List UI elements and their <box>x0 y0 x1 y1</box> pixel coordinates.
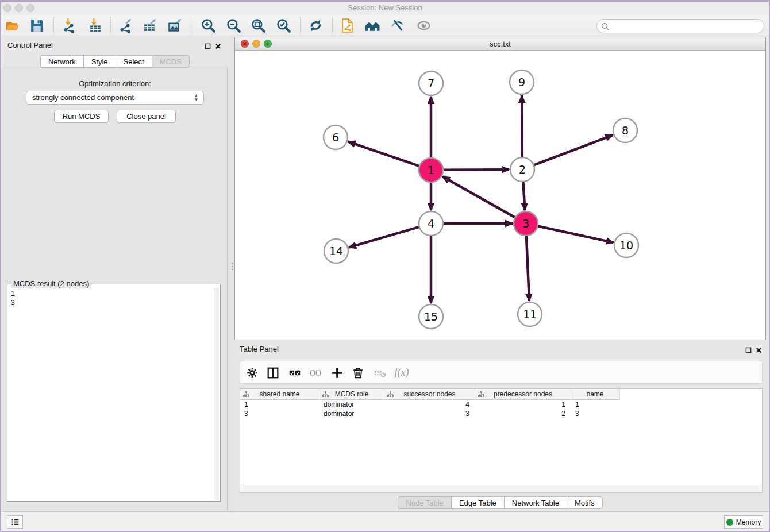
import-table-icon <box>87 18 103 33</box>
task-history-button[interactable] <box>7 515 23 529</box>
export-table-icon <box>143 18 158 33</box>
cell-shared-name[interactable]: 3 <box>240 409 319 418</box>
export-image-icon <box>168 18 183 33</box>
zoom-out-button[interactable] <box>222 16 244 35</box>
graph-edge-4-14[interactable] <box>349 227 419 247</box>
tab-style[interactable]: Style <box>83 55 116 68</box>
graph-edge-3-10[interactable] <box>538 226 613 242</box>
hide-selected-button[interactable] <box>387 16 409 35</box>
column-type-icon <box>478 391 484 398</box>
export-network-button[interactable] <box>114 16 136 35</box>
new-network-from-selection-button[interactable] <box>337 16 359 35</box>
import-table-button[interactable] <box>84 16 106 35</box>
column-header-predecessor-nodes[interactable]: predecessor nodes <box>475 389 571 400</box>
graph-edge-2-8[interactable] <box>534 135 613 165</box>
save-session-icon <box>29 18 45 33</box>
toggle-panel-layout-button[interactable] <box>263 364 283 381</box>
export-network-icon <box>118 18 133 33</box>
tab-motifs[interactable]: Motifs <box>567 496 603 509</box>
graph-node-label-3: 3 <box>522 217 529 230</box>
result-scrollbar[interactable] <box>214 288 219 500</box>
column-header-shared-name[interactable]: shared name <box>240 389 319 400</box>
delete-columns-icon <box>351 366 365 380</box>
graph-node-label-14: 14 <box>329 245 343 257</box>
cell-successor-nodes[interactable]: 4 <box>384 400 475 409</box>
window-frame-left <box>0 0 1 532</box>
close-panel-button[interactable]: Close panel <box>117 110 176 123</box>
cell-predecessor-nodes[interactable]: 1 <box>475 400 571 409</box>
float-table-panel-icon[interactable] <box>745 345 752 356</box>
run-mcds-button[interactable]: Run MCDS <box>54 110 109 123</box>
graph-edge-2-3[interactable] <box>523 182 525 210</box>
column-header-name[interactable]: name <box>571 389 619 400</box>
tab-network-table[interactable]: Network Table <box>504 496 567 509</box>
tab-mcds[interactable]: MCDS <box>152 55 190 68</box>
cell-successor-nodes[interactable]: 3 <box>384 409 475 418</box>
graph-node-label-2: 2 <box>519 163 526 176</box>
table-panel-tabs: Node TableEdge TableNetwork TableMotifs <box>234 496 766 509</box>
tab-network[interactable]: Network <box>40 55 83 68</box>
function-builder-icon: f(x) <box>395 367 409 379</box>
search-input[interactable] <box>612 21 760 32</box>
network-window-titlebar[interactable]: ✕ − + scc.txt <box>235 37 765 51</box>
network-graph-canvas[interactable]: 7968124314101511 <box>235 51 765 340</box>
cell-name[interactable]: 1 <box>571 400 619 409</box>
new-network-from-selection-icon <box>340 18 356 33</box>
network-window-title: scc.txt <box>235 40 765 48</box>
title-bar: Session: New Session <box>0 0 770 13</box>
search-icon <box>601 22 610 31</box>
import-network-button[interactable] <box>58 16 80 35</box>
select-all-rows-icon <box>288 366 302 380</box>
table-row-3[interactable]: 3dominator323 <box>240 409 619 418</box>
mcds-result-text[interactable]: 1 3 <box>9 288 213 500</box>
criterion-selected-value: strongly connected component <box>32 93 134 102</box>
search-box[interactable] <box>596 19 764 33</box>
cell-predecessor-nodes[interactable]: 2 <box>475 409 571 418</box>
create-column-button[interactable] <box>328 364 347 381</box>
close-panel-icon[interactable] <box>215 41 221 52</box>
float-panel-icon[interactable] <box>205 41 211 52</box>
column-header-MCDS-role[interactable]: MCDS role <box>319 389 384 400</box>
graph-node-label-7: 7 <box>428 77 434 90</box>
graph-edge-1-6[interactable] <box>348 141 419 165</box>
export-table-button[interactable] <box>139 16 161 35</box>
refresh-button[interactable] <box>305 16 326 35</box>
delete-columns-button[interactable] <box>348 364 368 381</box>
cell-name[interactable]: 3 <box>571 409 619 418</box>
close-table-panel-icon[interactable] <box>756 345 762 356</box>
tab-edge-table[interactable]: Edge Table <box>451 496 504 509</box>
column-type-icon <box>243 391 249 398</box>
zoom-fit-icon <box>251 18 266 33</box>
graph-edge-3-11[interactable] <box>526 236 529 301</box>
graph-edge-2-9[interactable] <box>522 95 522 157</box>
panel-splitter[interactable] <box>230 36 234 511</box>
first-neighbors-button[interactable] <box>361 16 383 35</box>
cell-MCDS-role[interactable]: dominator <box>319 400 384 409</box>
table-horizontal-scrollbar[interactable] <box>240 485 762 492</box>
column-header-successor-nodes[interactable]: successor nodes <box>384 389 475 400</box>
node-table: shared nameMCDS rolesuccessor nodesprede… <box>240 388 763 493</box>
zoom-selected-button[interactable] <box>272 16 294 35</box>
graph-edge-3-1[interactable] <box>442 176 515 217</box>
open-session-button[interactable] <box>2 16 24 35</box>
cell-shared-name[interactable]: 1 <box>240 400 319 409</box>
delete-table-button <box>370 364 390 381</box>
mcds-result-title: MCDS result (2 nodes) <box>11 279 91 288</box>
cell-MCDS-role[interactable]: dominator <box>319 409 384 418</box>
export-image-button[interactable] <box>164 16 186 35</box>
memory-status-icon <box>726 519 733 526</box>
table-settings-button[interactable] <box>242 364 262 381</box>
save-session-button[interactable] <box>26 16 48 35</box>
import-network-icon <box>61 18 77 33</box>
deselect-all-rows-button[interactable] <box>306 364 325 381</box>
memory-button[interactable]: Memory <box>724 515 763 529</box>
tab-node-table[interactable]: Node Table <box>398 496 451 509</box>
select-all-rows-button[interactable] <box>285 364 305 381</box>
zoom-in-button[interactable] <box>197 16 219 35</box>
criterion-select[interactable]: strongly connected component ▲▼ <box>26 91 204 105</box>
tab-select[interactable]: Select <box>116 55 152 68</box>
table-toolbar: f(x) <box>240 361 763 384</box>
zoom-fit-button[interactable] <box>247 16 269 35</box>
graph-edge-1-2[interactable] <box>444 169 509 170</box>
table-row-1[interactable]: 1dominator411 <box>240 400 619 409</box>
